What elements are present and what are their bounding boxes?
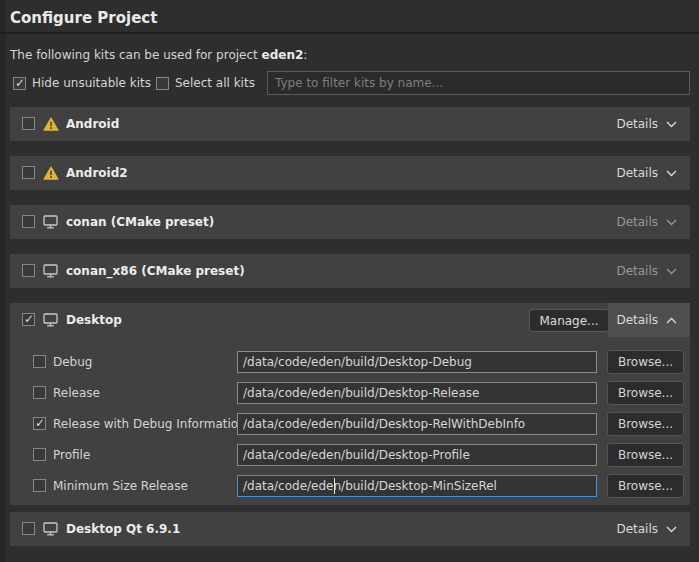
config-checkbox[interactable] bbox=[33, 417, 46, 430]
details-label: Details bbox=[616, 215, 658, 229]
hide-unsuitable-kits-option[interactable]: Hide unsuitable kits bbox=[13, 76, 151, 90]
browse-button[interactable]: Browse... bbox=[607, 443, 684, 467]
details-label: Details bbox=[616, 264, 658, 278]
config-checkbox[interactable] bbox=[33, 479, 46, 492]
chevron-down-icon bbox=[666, 121, 677, 128]
warning-icon bbox=[43, 117, 59, 131]
config-checkbox[interactable] bbox=[33, 386, 46, 399]
desktop-icon bbox=[43, 264, 59, 278]
config-label: Release with Debug Information bbox=[53, 417, 246, 431]
browse-button[interactable]: Browse... bbox=[607, 350, 684, 374]
build-dir-input[interactable] bbox=[237, 444, 597, 466]
config-label: Minimum Size Release bbox=[53, 479, 188, 493]
kit-row-desktop-qt: Desktop Qt 6.9.1 Details bbox=[10, 512, 690, 546]
chevron-down-icon bbox=[666, 170, 677, 177]
details-label: Details bbox=[616, 166, 658, 180]
desktop-icon bbox=[43, 313, 59, 327]
config-checkbox[interactable] bbox=[33, 448, 46, 461]
kit-name: Android2 bbox=[66, 166, 128, 180]
kit-row-conan: conan (CMake preset) Details bbox=[10, 205, 690, 239]
kit-checkbox[interactable] bbox=[22, 117, 35, 130]
browse-button[interactable]: Browse... bbox=[607, 381, 684, 405]
details-button[interactable]: Details bbox=[608, 156, 690, 190]
config-label: Profile bbox=[53, 448, 90, 462]
kit-row-android2: Android2 Details bbox=[10, 156, 690, 190]
details-button[interactable]: Details bbox=[608, 107, 690, 141]
details-button[interactable]: Details bbox=[608, 512, 690, 546]
kit-name: conan_x86 (CMake preset) bbox=[66, 264, 245, 278]
select-all-checkbox[interactable] bbox=[156, 77, 169, 90]
select-all-kits-option[interactable]: Select all kits bbox=[156, 76, 255, 90]
kit-name: conan (CMake preset) bbox=[66, 215, 214, 229]
details-label: Details bbox=[616, 117, 658, 131]
kit-checkbox[interactable] bbox=[22, 166, 35, 179]
hide-unsuitable-checkbox[interactable] bbox=[13, 77, 26, 90]
kit-checkbox[interactable] bbox=[22, 264, 35, 277]
configure-project-page: Configure Project The following kits can… bbox=[0, 0, 699, 562]
build-dir-input[interactable] bbox=[237, 413, 597, 435]
kits-description: The following kits can be used for proje… bbox=[10, 48, 307, 62]
title-separator bbox=[0, 32, 699, 34]
details-button[interactable]: Details bbox=[608, 254, 690, 288]
desktop-icon bbox=[43, 215, 59, 229]
build-config-row-profile: Profile Browse... bbox=[10, 443, 690, 468]
details-label: Details bbox=[616, 522, 658, 536]
details-button[interactable]: Details bbox=[608, 205, 690, 239]
build-dir-input[interactable] bbox=[237, 475, 597, 497]
project-name: eden2 bbox=[262, 48, 304, 62]
details-label: Details bbox=[616, 313, 658, 327]
text-cursor bbox=[334, 478, 335, 494]
build-config-row-minsizerel: Minimum Size Release Browse... bbox=[10, 474, 690, 499]
build-dir-input[interactable] bbox=[237, 351, 597, 373]
details-button[interactable]: Details bbox=[608, 303, 690, 337]
browse-button[interactable]: Browse... bbox=[607, 474, 684, 498]
build-config-row-release: Release Browse... bbox=[10, 381, 690, 406]
browse-button[interactable]: Browse... bbox=[607, 412, 684, 436]
desktop-icon bbox=[43, 522, 59, 536]
chevron-down-icon bbox=[666, 219, 677, 226]
chevron-down-icon bbox=[666, 526, 677, 533]
filter-kits-input[interactable] bbox=[267, 71, 690, 95]
kit-checkbox[interactable] bbox=[22, 313, 35, 326]
hide-unsuitable-label: Hide unsuitable kits bbox=[32, 76, 151, 90]
page-title: Configure Project bbox=[10, 9, 157, 27]
config-label: Release bbox=[53, 386, 100, 400]
config-label: Debug bbox=[53, 355, 92, 369]
manage-kits-button[interactable]: Manage... bbox=[529, 309, 609, 332]
kit-panel-desktop: Desktop Manage... Details Debug Browse..… bbox=[10, 303, 690, 505]
kit-row-android: Android Details bbox=[10, 107, 690, 141]
chevron-up-icon bbox=[666, 317, 677, 324]
warning-icon bbox=[43, 166, 59, 180]
select-all-label: Select all kits bbox=[175, 76, 255, 90]
description-prefix: The following kits can be used for proje… bbox=[10, 48, 262, 62]
left-edge-strip bbox=[0, 0, 6, 562]
config-checkbox[interactable] bbox=[33, 355, 46, 368]
chevron-down-icon bbox=[666, 268, 677, 275]
build-config-row-relwithdebinfo: Release with Debug Information Browse... bbox=[10, 412, 690, 437]
build-config-row-debug: Debug Browse... bbox=[10, 350, 690, 375]
build-dir-input[interactable] bbox=[237, 382, 597, 404]
kit-name: Desktop bbox=[66, 313, 122, 327]
kit-row-conan-x86: conan_x86 (CMake preset) Details bbox=[10, 254, 690, 288]
kit-checkbox[interactable] bbox=[22, 522, 35, 535]
kit-checkbox[interactable] bbox=[22, 215, 35, 228]
kit-name: Desktop Qt 6.9.1 bbox=[66, 522, 180, 536]
kit-name: Android bbox=[66, 117, 119, 131]
description-suffix: : bbox=[303, 48, 307, 62]
